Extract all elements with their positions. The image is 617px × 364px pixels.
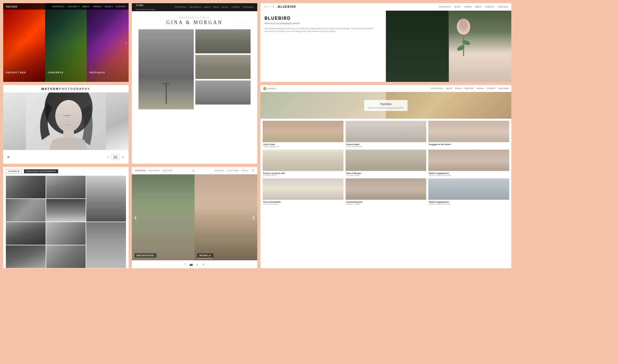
overlay-3 — [87, 3, 129, 82]
av-nav-portfolio[interactable]: PORTFOLIO ▾ — [431, 87, 443, 90]
bb-nav-purchase[interactable]: PURCHASE — [498, 6, 508, 8]
aventine-item-7[interactable]: Celebrating love A family & couple — [346, 178, 426, 205]
gina-nav-contact[interactable]: CONTACT — [231, 6, 240, 8]
aventine-item-8[interactable]: Winter engagement Elena & Peter in the f… — [428, 178, 509, 205]
nav-portfolio[interactable]: PORTFOLIO — [52, 5, 65, 8]
av-nav-services[interactable]: SERVICES — [465, 87, 474, 90]
av-sub-7: A family & couple — [346, 203, 426, 205]
aventine-grid: Lila & Chad Urban engagement Fiona & Mar… — [260, 119, 511, 207]
av-nav-about[interactable]: ABOUT — [446, 87, 452, 90]
horizon-photo-2[interactable]: CONCERTS — [45, 3, 87, 82]
active-filter-label[interactable]: GRAYSCALE PHOTOGRAPHY — [24, 169, 58, 173]
horizon-navbar: horizon PORTFOLIO GALLERY ▾ ABOUT PAGES … — [3, 3, 129, 10]
nav-gallery[interactable]: GALLERY ▾ — [68, 5, 79, 8]
av-nav-blog[interactable]: BLOG ▾ — [455, 87, 462, 90]
enchanted-label-2: MODELS — [197, 253, 213, 258]
footer-star-icon[interactable]: ✦ — [202, 263, 204, 266]
aventine-item-2[interactable]: Engaged at the beach — [428, 121, 509, 147]
enchanted-label-1: ENCHANTED — [135, 253, 156, 258]
footer-facebook-icon[interactable]: f — [185, 263, 185, 266]
gina-nav-galleries[interactable]: GALLERIES ▾ — [189, 6, 201, 8]
gina-photo-hat[interactable] — [195, 55, 251, 79]
aventine-item-4[interactable]: Gina & Morgan A modern family — [346, 150, 426, 176]
enchanted-navbar: PORTFOLIO FEATURES ▾ ABOUT ME ✿ SERVICES… — [132, 167, 257, 174]
gina-photo-lying[interactable] — [195, 81, 251, 105]
gina-nav-about[interactable]: ABOUT — [204, 6, 211, 8]
aventine-item-6[interactable]: Tom & Antoinette A special occasion — [263, 178, 343, 205]
nav-pages[interactable]: PAGES ▾ — [93, 5, 102, 8]
svg-point-13 — [460, 19, 468, 29]
aventine-logo: Aventine — [263, 87, 276, 90]
bb-nav-clients[interactable]: CLIENTS ▾ — [485, 6, 495, 8]
enchanted-panel: PORTFOLIO FEATURES ▾ ABOUT ME ✿ SERVICES… — [132, 167, 257, 268]
bluebird-site-title: BLUEBIRD — [264, 16, 382, 21]
av-nav-contact[interactable]: CONTACT — [487, 87, 496, 90]
av-photo-4 — [346, 150, 426, 171]
gina-photo-couple[interactable] — [195, 29, 251, 53]
enchanted-arrow-right[interactable]: ❯ — [252, 215, 255, 219]
watson-title-suffix: PHOTOGRAPHY — [59, 87, 90, 90]
ench-nav-client[interactable]: CLIENT AREA — [227, 170, 239, 171]
av-photo-0 — [263, 121, 343, 142]
grid-cell-6[interactable] — [6, 222, 46, 245]
watson-grid-header: FILTERS ⊞ GRAYSCALE PHOTOGRAPHY — [3, 167, 129, 176]
grid-cell-9[interactable] — [6, 245, 46, 268]
grid-cell-4[interactable] — [6, 199, 46, 222]
menu-icon[interactable]: ≡ — [7, 155, 9, 159]
gina-nav-blog[interactable]: BLOG ▾ — [222, 6, 228, 8]
ench-nav-portfolio[interactable]: PORTFOLIO — [135, 170, 146, 171]
grid-cell-7[interactable] — [46, 222, 86, 245]
bb-nav-portfolio[interactable]: PORTFOLIO ▾ — [439, 6, 451, 8]
gina-nav-info[interactable]: INFO ▾ — [213, 6, 219, 8]
enchanted-photo-2[interactable]: MODELS VIDEO AND IMAGES — [195, 174, 257, 260]
gina-photo-paris[interactable] — [139, 29, 194, 109]
gina-nav-portfolio[interactable]: PORTFOLIO ▾ — [174, 6, 187, 8]
aventine-item-5[interactable]: Winter engagement Elena & Peter in the f… — [428, 150, 509, 176]
grid-cell-5[interactable] — [46, 199, 86, 222]
enchanted-footer: f 📷 p ✦ — [132, 260, 257, 268]
grid-cell-8[interactable] — [86, 222, 126, 268]
ench-nav-about[interactable]: ABOUT ME — [163, 170, 172, 171]
enchanted-photo-1[interactable]: ENCHANTED — [132, 174, 195, 260]
overlay-2 — [45, 3, 87, 82]
enchanted-arrow-left[interactable]: ❮ — [134, 215, 137, 219]
nav-about[interactable]: ABOUT — [82, 5, 90, 8]
horizon-photo-3[interactable]: FESTIVALS › — [87, 3, 129, 82]
bluebird-logo: .BLUEBIRD — [277, 5, 296, 8]
aventine-item-0[interactable]: Lila & Chad Urban engagement — [263, 121, 343, 147]
nav-blog[interactable]: BLOG ▾ — [105, 5, 112, 8]
gina-nav-purchase[interactable]: PURCHASE — [243, 6, 253, 8]
bb-nav-about[interactable]: ABOUT — [475, 6, 482, 8]
av-nav-work[interactable]: WORK ▾ — [477, 87, 484, 90]
ench-nav-blog[interactable]: BLOG ▾ — [242, 170, 248, 172]
next-arrow[interactable]: → — [121, 155, 125, 159]
prev-arrow[interactable]: ← — [106, 155, 110, 159]
aventine-item-3[interactable]: Forever young & wild A modern family — [263, 150, 343, 176]
grid-cell-1[interactable] — [6, 176, 46, 198]
av-nav-purchase[interactable]: PURCHASE — [498, 87, 509, 90]
grid-cell-2[interactable] — [46, 176, 86, 198]
av-photo-6 — [263, 178, 343, 200]
horizon-arrow-right[interactable]: › — [125, 41, 126, 45]
footer-instagram-icon[interactable]: 📷 — [189, 263, 193, 266]
filters-button[interactable]: FILTERS ⊞ — [6, 169, 22, 174]
bluebird-navbar: ⊕ f ✦ ✈ ✿ .BLUEBIRD PORTFOLIO ▾ BLOG ▾ P… — [260, 3, 511, 11]
bb-nav-pages[interactable]: PAGES ▾ — [464, 6, 472, 8]
ench-nav-services[interactable]: SERVICES — [215, 170, 224, 171]
ench-nav-toggle[interactable]: ☰ — [252, 169, 254, 172]
bb-nav-blog[interactable]: BLOG ▾ — [454, 6, 461, 8]
watson-portrait — [3, 93, 129, 150]
grid-cell-10[interactable] — [46, 245, 86, 268]
bluebird-arrow-right[interactable]: › — [508, 44, 509, 49]
gina-right-col — [195, 29, 251, 105]
horizon-photo-1[interactable]: PROJECT RED — [3, 3, 45, 82]
horizon-panel: horizon PORTFOLIO GALLERY ▾ ABOUT PAGES … — [3, 3, 129, 82]
horizon-photos: PROJECT RED CONCERTS FESTIVALS › — [3, 3, 129, 82]
nav-contact[interactable]: CONTACT — [116, 5, 126, 8]
aventine-item-1[interactable]: Fiona & Mark Urban engagement — [346, 121, 426, 147]
ench-nav-features[interactable]: FEATURES ▾ — [149, 170, 160, 172]
enchanted-sublabel: VIDEO AND IMAGES — [197, 258, 213, 259]
watson-arrows: ← 01 → — [106, 154, 125, 160]
grid-cell-3[interactable] — [86, 176, 126, 222]
footer-pinterest-icon[interactable]: p — [197, 263, 198, 266]
